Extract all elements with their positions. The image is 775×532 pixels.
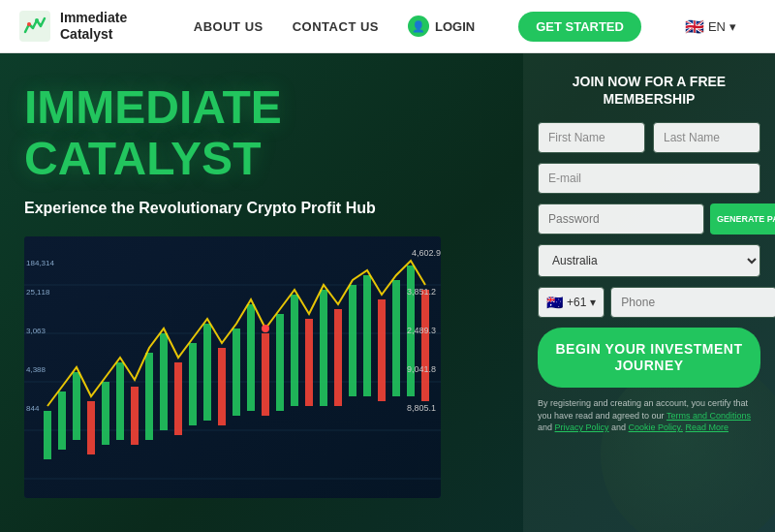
- logo-area[interactable]: Immediate Catalyst: [19, 10, 127, 43]
- phone-code-selector[interactable]: 🇦🇺 +61 ▾: [538, 287, 604, 318]
- svg-rect-32: [363, 275, 371, 396]
- svg-rect-30: [334, 309, 342, 406]
- language-selector[interactable]: 🇬🇧 EN ▾: [685, 17, 736, 36]
- svg-rect-24: [247, 304, 255, 411]
- generate-password-button[interactable]: GENERATE PASSWORDS: [710, 203, 775, 235]
- chevron-down-icon: ▾: [590, 296, 596, 309]
- logo-text: Immediate Catalyst: [60, 10, 127, 43]
- svg-text:184,314: 184,314: [26, 259, 54, 267]
- svg-rect-25: [262, 333, 269, 416]
- read-more-link[interactable]: Read More: [685, 422, 728, 432]
- nav-about[interactable]: ABOUT US: [194, 19, 264, 34]
- svg-text:3,063: 3,063: [26, 327, 46, 335]
- last-name-input[interactable]: [653, 122, 760, 153]
- svg-rect-23: [232, 329, 240, 416]
- svg-rect-18: [160, 333, 168, 430]
- form-title: JOIN NOW FOR A FREE MEMBERSHIP: [538, 73, 760, 108]
- phone-code-text: +61: [567, 296, 586, 309]
- phone-input[interactable]: [610, 287, 775, 318]
- svg-text:2,489.3: 2,489.3: [407, 326, 436, 335]
- disclaimer-text: By registering and creating an account, …: [538, 397, 760, 434]
- registration-form-panel: JOIN NOW FOR A FREE MEMBERSHIP GENERATE …: [523, 53, 775, 532]
- first-name-input[interactable]: [538, 122, 645, 153]
- svg-point-1: [27, 22, 31, 26]
- chevron-down-icon: ▾: [729, 19, 736, 34]
- nav: ABOUT US CONTACT US 👤 LOGIN GET STARTED …: [194, 12, 736, 42]
- password-row: GENERATE PASSWORDS: [538, 203, 760, 235]
- main-content: IMMEDIATE CATALYST Experience the Revolu…: [0, 53, 775, 532]
- svg-text:8,805.1: 8,805.1: [407, 403, 436, 413]
- submit-button[interactable]: BEGIN YOUR INVESTMENT JOURNEY: [538, 328, 760, 388]
- svg-text:4,602.9: 4,602.9: [412, 248, 441, 258]
- left-panel: IMMEDIATE CATALYST Experience the Revolu…: [0, 53, 523, 532]
- lang-text: EN: [708, 19, 726, 34]
- svg-point-2: [35, 18, 39, 22]
- password-input[interactable]: [538, 203, 704, 235]
- svg-rect-26: [276, 314, 284, 411]
- svg-rect-27: [291, 295, 298, 406]
- email-input[interactable]: [538, 163, 760, 194]
- svg-rect-19: [174, 362, 182, 435]
- submit-btn-line2: JOURNEY: [614, 358, 683, 373]
- name-row: [538, 122, 760, 153]
- svg-rect-34: [392, 280, 400, 396]
- chart-image: 4,602.9 3,851.2 2,489.3 9,041.8 8,805.1 …: [24, 236, 441, 498]
- submit-btn-line1: BEGIN YOUR INVESTMENT: [555, 341, 742, 357]
- privacy-link[interactable]: Privacy Policy: [555, 422, 609, 432]
- svg-rect-31: [349, 285, 356, 396]
- country-select[interactable]: Australia: [538, 244, 760, 277]
- nav-contact[interactable]: CONTACT US: [293, 19, 379, 34]
- svg-rect-22: [218, 348, 226, 425]
- svg-rect-16: [131, 387, 139, 445]
- svg-rect-29: [320, 290, 327, 406]
- get-started-button[interactable]: GET STARTED: [518, 12, 641, 42]
- phone-row: 🇦🇺 +61 ▾: [538, 287, 760, 318]
- svg-rect-33: [378, 299, 386, 401]
- login-label: LOGIN: [435, 19, 475, 34]
- australia-flag-icon: 🇦🇺: [546, 295, 563, 310]
- svg-text:9,041.8: 9,041.8: [407, 364, 436, 374]
- hero-title: IMMEDIATE CATALYST: [24, 82, 499, 185]
- cookie-link[interactable]: Cookie Policy.: [629, 422, 683, 432]
- svg-rect-28: [305, 319, 313, 406]
- flag-icon: 🇬🇧: [685, 17, 704, 36]
- svg-text:844: 844: [26, 404, 40, 413]
- header: Immediate Catalyst ABOUT US CONTACT US 👤…: [0, 0, 775, 53]
- svg-rect-14: [102, 382, 109, 445]
- svg-rect-20: [189, 343, 197, 425]
- logo-icon: [19, 11, 50, 42]
- login-area[interactable]: 👤 LOGIN: [408, 16, 475, 37]
- svg-rect-17: [145, 353, 153, 440]
- user-icon: 👤: [408, 16, 429, 37]
- svg-rect-13: [87, 401, 95, 454]
- terms-link[interactable]: Terms and Conditions: [666, 411, 751, 421]
- svg-rect-12: [73, 372, 80, 440]
- hero-subtitle: Experience the Revolutionary Crypto Prof…: [24, 200, 499, 217]
- svg-rect-11: [58, 391, 66, 450]
- svg-point-47: [262, 325, 269, 332]
- svg-text:4,388: 4,388: [26, 365, 46, 374]
- svg-text:3,851.2: 3,851.2: [407, 287, 436, 297]
- svg-rect-15: [116, 362, 124, 440]
- svg-rect-21: [203, 324, 211, 421]
- svg-rect-36: [421, 290, 429, 401]
- svg-rect-10: [44, 411, 51, 459]
- svg-text:25,118: 25,118: [26, 288, 50, 297]
